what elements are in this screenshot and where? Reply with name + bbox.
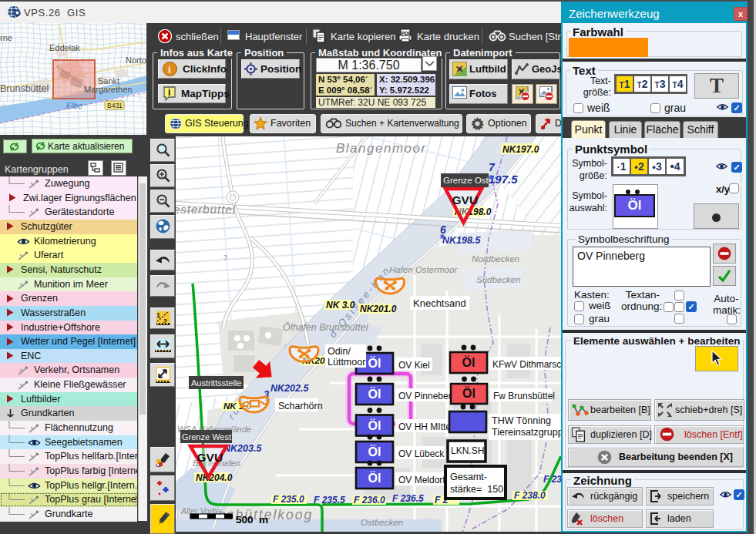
svg-text:GVU: GVU — [452, 193, 479, 207]
svg-text:Öl: Öl — [462, 386, 475, 400]
svg-text:PDF: PDF — [402, 31, 411, 35]
svg-text:Öl: Öl — [368, 356, 381, 370]
svg-text:OV Lübeck: OV Lübeck — [398, 448, 445, 459]
svg-text:Brunsbüttel: Brunsbüttel — [0, 83, 49, 94]
svg-text:NK197.0: NK197.0 — [502, 144, 539, 155]
svg-text:Öl: Öl — [368, 445, 381, 458]
svg-text:3: 3 — [223, 254, 227, 261]
svg-text:Odin/: Odin/ — [328, 346, 351, 357]
svg-text:Fw Brunsbüttel: Fw Brunsbüttel — [493, 391, 555, 401]
svg-text:OV Kiel: OV Kiel — [398, 360, 430, 371]
svg-text:Gesamt-: Gesamt- — [450, 472, 487, 482]
svg-text:Nordbecken: Nordbecken — [472, 254, 519, 264]
svg-text:F 23: F 23 — [543, 474, 561, 485]
svg-text:7: 7 — [489, 161, 496, 173]
svg-text:i: i — [168, 87, 170, 98]
svg-text:1: 1 — [156, 311, 160, 319]
svg-text:OV Meldorf: OV Meldorf — [398, 475, 445, 485]
svg-text:Öl: Öl — [368, 418, 381, 432]
svg-text:Ostbecken: Ostbecken — [361, 518, 403, 527]
svg-text:197.5: 197.5 — [489, 173, 518, 186]
svg-text:LKN.SH: LKN.SH — [451, 445, 484, 456]
svg-text:B431: B431 — [107, 102, 123, 109]
svg-text:Scharhörn: Scharhörn — [278, 401, 323, 411]
svg-text:F 236.0: F 236.0 — [354, 495, 385, 505]
svg-text:Tiereinsatzgruppe: Tiereinsatzgruppe — [492, 427, 561, 438]
svg-text:THW Tönning: THW Tönning — [492, 415, 551, 426]
svg-text:Blangenmoor: Blangenmoor — [336, 141, 427, 156]
svg-text:F 235.5: F 235.5 — [314, 495, 345, 505]
svg-text:OV HH MItte: OV HH MItte — [398, 421, 451, 432]
svg-text:Lüttmoor: Lüttmoor — [328, 357, 365, 368]
svg-text:Norto: Norto — [126, 55, 146, 65]
svg-text:OV Pinneberg: OV Pinneberg — [398, 391, 456, 401]
svg-text:NK198.5: NK198.5 — [442, 235, 481, 246]
svg-text:F 238.0: F 238.0 — [514, 490, 546, 501]
svg-text:rne: rne — [0, 33, 12, 42]
svg-text:i: i — [168, 64, 171, 76]
svg-text:Ölhafen Brunsbüttel: Ölhafen Brunsbüttel — [283, 322, 369, 333]
svg-text:NK201.0: NK201.0 — [360, 304, 397, 314]
svg-text:Öl: Öl — [368, 387, 381, 401]
svg-text:Öl: Öl — [368, 471, 381, 485]
svg-text:Grenze West: Grenze West — [182, 432, 231, 442]
svg-text:Austrittsstelle: Austrittsstelle — [191, 378, 241, 388]
svg-text:Elbe: Elbe — [66, 101, 82, 110]
svg-text:NK 3.0: NK 3.0 — [326, 300, 355, 311]
svg-text:GVU: GVU — [197, 451, 223, 464]
svg-text:Knechtsand: Knechtsand — [413, 297, 466, 309]
svg-text:stärke= 150: stärke= 150 — [450, 484, 503, 495]
svg-text:KFwV Dithmarsche: KFwV Dithmarsche — [492, 359, 561, 370]
svg-text:F 235.0: F 235.0 — [273, 494, 304, 505]
svg-text:Südbecken: Südbecken — [476, 275, 521, 284]
svg-text:Margarethen: Margarethen — [84, 85, 132, 94]
svg-text:Öl: Öl — [462, 355, 475, 369]
svg-text:NK204.0: NK204.0 — [196, 472, 233, 483]
svg-text:Grenze Ost: Grenze Ost — [443, 176, 489, 185]
svg-text:esterbüttel: esterbüttel — [176, 203, 236, 216]
svg-text:500 m: 500 m — [236, 514, 268, 526]
svg-text:Hafen Ostermoor: Hafen Ostermoor — [389, 265, 458, 274]
svg-text:F 236.5: F 236.5 — [392, 493, 424, 504]
svg-text:NK202.5: NK202.5 — [270, 383, 309, 394]
svg-text:Eddelak: Eddelak — [49, 43, 80, 52]
svg-text:6: 6 — [440, 223, 446, 236]
